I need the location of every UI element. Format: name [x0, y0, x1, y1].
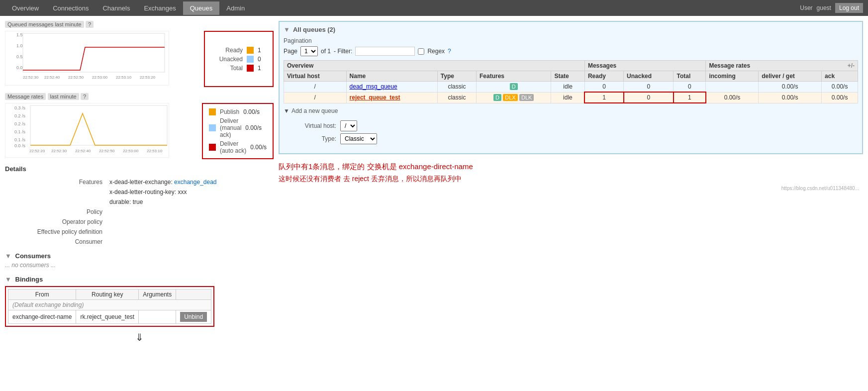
queued-messages-chart: 1.5 1.0 0.5 0.0 22:52:30 22:52:40 22:52:… [5, 31, 199, 87]
virtual-host-select[interactable]: / [340, 120, 357, 131]
operator-policy-row: Operator policy [6, 217, 273, 226]
svg-text:0.3 /s: 0.3 /s [14, 105, 26, 110]
row1-name-link[interactable]: dead_msg_queue [350, 83, 397, 90]
queued-messages-title: Queued messages last minute ? [5, 21, 274, 28]
effective-policy-value [106, 227, 273, 236]
row1-vhost: / [284, 82, 347, 93]
dlx-label: x-dead-letter-exchange: [109, 179, 173, 186]
svg-text:22:52:50: 22:52:50 [68, 75, 84, 80]
bindings-title: Bindings [15, 276, 43, 283]
message-rates-row: 0.3 /s 0.2 /s 0.2 /s 0.1 /s 0.1 /s 0.0 /… [5, 103, 274, 159]
svg-text:22:53:20: 22:53:20 [140, 75, 156, 80]
consumers-arrow: ▼ [5, 252, 11, 260]
svg-rect-17 [30, 105, 167, 145]
total-col: Total [674, 71, 706, 82]
bindings-toggle[interactable]: ▼ Bindings [5, 276, 274, 283]
row1-features: D [476, 82, 551, 93]
unbind-button[interactable]: Unbind [180, 312, 207, 322]
regex-help[interactable]: ? [448, 48, 451, 55]
deliver-manual-value: 0.00/s [245, 124, 262, 131]
details-section: Details Features x-dead-letter-exchange:… [5, 165, 274, 247]
all-queues-label: All queues (2) [293, 26, 335, 33]
durable-value: true [133, 198, 143, 205]
nav-connections[interactable]: Connections [46, 1, 96, 15]
row1-ready: 0 [584, 82, 623, 93]
type-select[interactable]: Classic Quorum Stream [340, 133, 377, 144]
of-label: of 1 [321, 48, 331, 55]
durable-label: durable: [109, 198, 131, 205]
from-header: From [8, 290, 76, 300]
svg-text:22:53:10: 22:53:10 [147, 149, 163, 153]
nav-overview[interactable]: Overview [5, 1, 46, 15]
publish-legend-item: Publish 0.00/s [209, 108, 267, 115]
type-form-label: Type: [287, 135, 336, 142]
overview-group-header: Overview [284, 61, 585, 71]
state-col: State [551, 71, 584, 82]
row1-total: 0 [674, 82, 706, 93]
consumer-value [106, 237, 273, 246]
consumers-toggle[interactable]: ▼ Consumers [5, 252, 274, 260]
exchange-name-cell: exchange-direct-name [8, 310, 76, 324]
bottom-url: https://blog.csdn.net/u011348480... [279, 184, 863, 193]
svg-text:0.0: 0.0 [16, 65, 23, 70]
add-queue-section: ▼ Add a new queue Virtual host: / Type: … [284, 107, 858, 149]
dlx-value[interactable]: exchange_dead [174, 179, 216, 186]
add-queue-arrow: ▼ [284, 107, 289, 114]
deliver-manual-color [209, 124, 216, 131]
regex-checkbox[interactable] [418, 48, 424, 55]
incoming-col: incoming [706, 71, 759, 82]
svg-text:1.0: 1.0 [16, 43, 23, 48]
nav-exchanges[interactable]: Exchanges [137, 1, 183, 15]
message-rates-legend: Publish 0.00/s Deliver(manualack) 0.00/s… [202, 103, 274, 159]
total-value: 1 [258, 65, 261, 72]
nav-items: Overview Connections Channels Exchanges … [5, 1, 252, 15]
plus-minus-btn[interactable]: +/- [848, 62, 855, 69]
virtual-host-row: Virtual host: / [287, 120, 855, 131]
row1-type: classic [437, 82, 476, 93]
add-queue-form: Virtual host: / Type: Classic Quorum Str… [284, 117, 858, 149]
svg-text:22:52:50: 22:52:50 [99, 149, 115, 153]
svg-text:22:52:40: 22:52:40 [44, 75, 60, 80]
last-minute-badge: last minute [48, 93, 79, 100]
unacked-value: 0 [258, 56, 261, 63]
ready-label: Ready [213, 47, 243, 54]
filter-input[interactable] [355, 47, 415, 56]
policy-value [106, 207, 273, 216]
svg-text:22:53:10: 22:53:10 [116, 75, 132, 80]
bindings-table: From Routing key Arguments (Default exch… [8, 289, 211, 324]
row2-features: D DLX DLK [476, 92, 551, 103]
nav-admin[interactable]: Admin [219, 1, 252, 15]
row2-state: idle [551, 92, 584, 103]
row1-name: dead_msg_queue [346, 82, 437, 93]
col-group-header-row: Overview Messages Message rates +/- [284, 61, 858, 71]
queued-messages-legend: Ready 1 Unacked 0 Total 1 [204, 31, 274, 87]
features-col: Features [476, 71, 551, 82]
deliver-manual-label: Deliver(manualack) [220, 117, 241, 138]
row1-state: idle [551, 82, 584, 93]
message-rates-group-header: Message rates +/- [706, 61, 858, 71]
row2-name-link[interactable]: reject_queue_test [350, 94, 400, 101]
row1-deliver: 0.00/s [759, 82, 822, 93]
logout-button[interactable]: Log out [835, 3, 863, 13]
nav-queues[interactable]: Queues [183, 1, 220, 15]
collapse-btn[interactable]: ▼ [284, 26, 290, 33]
consumer-row: Consumer [6, 237, 273, 246]
dlk-value: xxx [178, 189, 187, 196]
policy-label: Policy [6, 207, 105, 216]
dlk-content: x-dead-letter-routing-key: xxx [106, 188, 273, 196]
page-select[interactable]: 1 [300, 46, 318, 56]
nav-channels[interactable]: Channels [96, 1, 137, 15]
total-color [247, 65, 254, 72]
dlk-row: x-dead-letter-routing-key: xxx [6, 188, 273, 196]
virtual-host-form-label: Virtual host: [287, 122, 336, 129]
features-label: Features [6, 178, 105, 187]
consumers-section: ▼ Consumers ... no consumers ... [5, 252, 274, 271]
binding-row: exchange-direct-name rk.reject_queue_tes… [8, 310, 211, 324]
default-binding-text: (Default exchange binding) [8, 300, 211, 310]
row1-incoming [706, 82, 759, 93]
add-queue-toggle[interactable]: ▼ Add a new queue [284, 107, 858, 114]
user-section: User guest Log out [800, 3, 863, 13]
queue-table: Overview Messages Message rates +/- Virt… [284, 60, 858, 103]
annotation-line1: 队列中有1条消息，绑定的 交换机是 exchange-direct-name [279, 162, 863, 172]
svg-text:0.1 /s: 0.1 /s [14, 137, 26, 142]
